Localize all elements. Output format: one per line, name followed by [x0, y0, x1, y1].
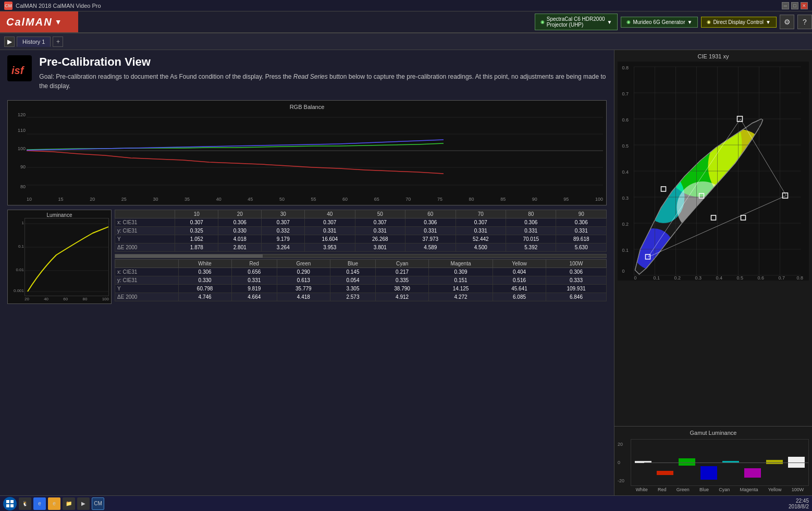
- svg-point-36: [682, 223, 745, 265]
- table-cell: 3.305: [330, 285, 375, 293]
- col-header-white: White: [178, 260, 231, 268]
- taskbar-icon-3[interactable]: e: [48, 497, 60, 510]
- tab-history1[interactable]: History 1: [17, 36, 51, 47]
- table-cell: 0.217: [376, 268, 429, 276]
- table-cell: 0.306: [178, 268, 231, 276]
- table-cell: 0.331: [456, 227, 506, 235]
- table-cell: 16.604: [305, 235, 355, 244]
- gamut-chart-title: Gamut Luminance: [618, 430, 809, 436]
- table-cell: 4.746: [178, 293, 231, 301]
- table-cell: 0.307: [175, 218, 218, 227]
- col-header-50: 50: [355, 210, 405, 218]
- table-row-label: y: CIE31: [115, 227, 175, 235]
- col-header-empty: [115, 210, 175, 218]
- table-cell: 0.335: [376, 276, 429, 285]
- window-controls[interactable]: ─ □ ✕: [782, 2, 808, 9]
- device-controls: ◉ SpectraCal C6 HDR2000Projector (UHP) ▼…: [535, 14, 812, 30]
- svg-rect-66: [10, 500, 14, 503]
- svg-text:0.5: 0.5: [737, 275, 744, 281]
- source-device-button[interactable]: ◉ SpectraCal C6 HDR2000Projector (UHP) ▼: [535, 14, 618, 30]
- table-cell: 4.912: [376, 293, 429, 301]
- table-cell: 0.332: [262, 227, 305, 235]
- table-cell: 37.973: [405, 235, 456, 244]
- table-cell: 14.125: [428, 285, 493, 293]
- restore-button[interactable]: □: [791, 2, 798, 9]
- table-cell: 9.819: [231, 285, 277, 293]
- table-cell: 6.085: [493, 293, 546, 301]
- table-cell: 0.306: [405, 218, 456, 227]
- table-cell: 0.331: [556, 227, 607, 235]
- generator-device-button[interactable]: ◉ Murideo 6G Generator ▼: [621, 17, 698, 28]
- minimize-button[interactable]: ─: [782, 2, 789, 9]
- luminance-chart: Luminance 1 0.1 0.01 0.001: [7, 210, 112, 304]
- gamut-bar: [744, 468, 761, 478]
- title-bar: CM CalMAN 2018 CalMAN Video Pro ─ □ ✕: [0, 0, 812, 11]
- svg-text:0.8: 0.8: [797, 275, 804, 281]
- svg-text:0.6: 0.6: [622, 117, 629, 123]
- close-button[interactable]: ✕: [801, 2, 808, 9]
- svg-text:0.1: 0.1: [622, 248, 629, 253]
- source-dropdown-icon: ▼: [607, 19, 612, 25]
- table-row: Y1.0524.0189.17916.60426.26837.97352.442…: [115, 235, 607, 244]
- table-cell: 0.331: [405, 227, 456, 235]
- logo-dropdown[interactable]: ▼: [55, 18, 63, 26]
- taskbar-icon-5[interactable]: ▶: [77, 497, 90, 510]
- cie-chart: 0.8 0.7 0.6 0.5 0.4 0.3 0.2 0.1 0 0 0.1 …: [618, 62, 809, 281]
- table-cell: 4.589: [405, 244, 456, 252]
- gamut-bar: [679, 458, 695, 466]
- generator-device-label: Murideo 6G Generator: [633, 19, 685, 25]
- color-gamut-data-table: White Red Green Blue Cyan Magenta Yellow…: [115, 259, 607, 301]
- table-cell: 0.307: [355, 218, 405, 227]
- grayscale-data-table: 10 20 30 40 50 60 70 80 90 x: CIE310.307…: [115, 210, 607, 252]
- calman-taskbar-icon[interactable]: CM: [92, 497, 104, 510]
- table-cell: 5.630: [556, 244, 607, 252]
- svg-point-33: [745, 176, 797, 239]
- taskbar-icon-4[interactable]: 📁: [63, 497, 75, 510]
- table-cell: 0.307: [305, 218, 355, 227]
- tab-add-button[interactable]: +: [53, 36, 63, 47]
- table-cell: 109.931: [546, 285, 606, 293]
- page-title: Pre-Calibration View: [39, 55, 607, 69]
- svg-text:0: 0: [622, 269, 625, 274]
- svg-text:0.5: 0.5: [622, 143, 629, 149]
- taskbar-icon-1[interactable]: 🐧: [19, 497, 31, 510]
- table-cell: 60.798: [178, 285, 231, 293]
- table-cell: 0.331: [305, 227, 355, 235]
- table-row: y: CIE310.3250.3300.3320.3310.3310.3310.…: [115, 227, 607, 235]
- table-cell: 3.264: [262, 244, 305, 252]
- table-cell: 3.801: [355, 244, 405, 252]
- svg-text:0.7: 0.7: [622, 91, 629, 96]
- calman-logo[interactable]: CalMAN ▼: [0, 11, 78, 32]
- display-dropdown-icon: ▼: [766, 19, 771, 25]
- table-cell: 0.404: [493, 268, 546, 276]
- settings-button[interactable]: ⚙: [780, 15, 794, 29]
- table-row-label: x: CIE31: [115, 268, 179, 276]
- svg-rect-61: [661, 187, 666, 191]
- nav-back-button[interactable]: ▶: [4, 36, 15, 47]
- col-header-magenta: Magenta: [428, 260, 493, 268]
- table1-scrollbar[interactable]: [115, 254, 607, 258]
- table-cell: 4.272: [428, 293, 493, 301]
- table-cell: 0.145: [330, 268, 375, 276]
- svg-rect-65: [6, 500, 9, 503]
- display-device-button[interactable]: ◉ Direct Display Control ▼: [701, 17, 777, 28]
- col-header-red: Red: [231, 260, 277, 268]
- bottom-section: Luminance 1 0.1 0.01 0.001: [7, 210, 607, 304]
- taskbar-icon-2[interactable]: e: [33, 497, 46, 510]
- main-content: isf Pre-Calibration View Goal: Pre-calib…: [0, 50, 812, 495]
- col-header-10: 10: [175, 210, 218, 218]
- table-cell: 0.516: [493, 276, 546, 285]
- help-button[interactable]: ?: [797, 15, 812, 29]
- svg-text:0: 0: [634, 275, 637, 281]
- table-cell: 4.018: [218, 235, 262, 244]
- cie-chart-section: CIE 1931 xy 0.8 0.7 0.6 0.5 0.4 0.3 0.2 …: [614, 50, 812, 426]
- start-button[interactable]: [3, 497, 17, 510]
- table-cell: 0.333: [546, 276, 606, 285]
- table-cell: 0.151: [428, 276, 493, 285]
- svg-text:0.8: 0.8: [622, 65, 629, 70]
- generator-dropdown-icon: ▼: [687, 19, 692, 25]
- table-cell: 0.330: [178, 276, 231, 285]
- app-icon: CM: [4, 2, 13, 10]
- system-clock: 22:45 2018/8/2: [789, 498, 809, 509]
- left-panel: isf Pre-Calibration View Goal: Pre-calib…: [0, 50, 614, 495]
